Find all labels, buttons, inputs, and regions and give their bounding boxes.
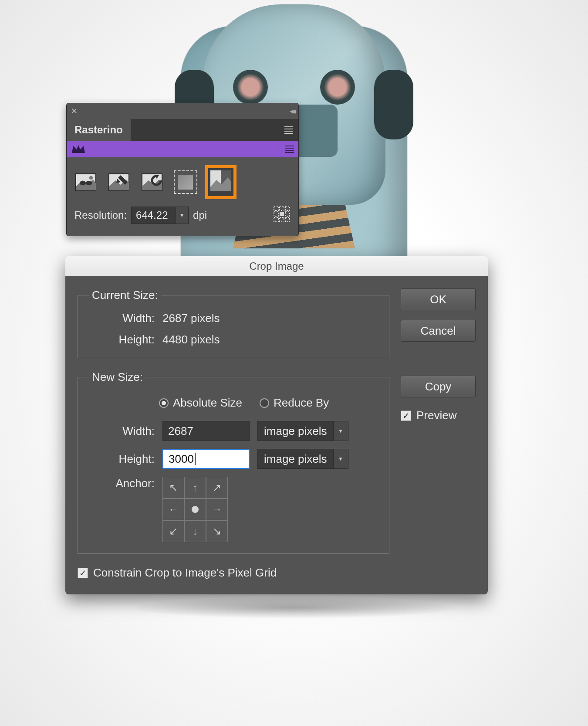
panel-titlebar[interactable]: ✕ ◂◂ bbox=[67, 103, 298, 119]
dialog-title: Crop Image bbox=[249, 260, 304, 272]
crown-icon bbox=[71, 144, 86, 154]
anchor-center[interactable] bbox=[184, 499, 206, 520]
anchor-right[interactable]: → bbox=[206, 499, 228, 520]
current-size-legend: Current Size: bbox=[89, 288, 161, 302]
constrain-label: Constrain Crop to Image's Pixel Grid bbox=[93, 566, 277, 580]
menu-icon bbox=[285, 146, 294, 153]
cancel-button[interactable]: Cancel bbox=[401, 320, 476, 342]
rasterino-panel: ✕ ◂◂ Rasterino bbox=[66, 103, 299, 236]
checkbox-checked-icon: ✓ bbox=[78, 568, 88, 578]
dropdown-caret-icon bbox=[333, 421, 348, 441]
panel-body: Resolution: 644.22 dpi bbox=[67, 157, 298, 236]
new-size-group: New Size: Absolute Size Reduce By Width:… bbox=[78, 370, 389, 554]
dialog-body: Current Size: Width: 2687 pixels Height:… bbox=[65, 276, 488, 594]
checkbox-checked-icon: ✓ bbox=[401, 410, 411, 421]
radio-reduce-by[interactable]: Reduce By bbox=[260, 396, 329, 410]
close-icon[interactable]: ✕ bbox=[71, 106, 78, 116]
svg-rect-9 bbox=[280, 206, 284, 210]
svg-rect-2 bbox=[80, 181, 86, 185]
crop-image-button[interactable] bbox=[208, 168, 234, 197]
anchor-bottom-left[interactable]: ↙ bbox=[162, 520, 184, 542]
resolution-dropdown-caret[interactable] bbox=[175, 207, 188, 224]
svg-rect-3 bbox=[86, 181, 92, 185]
current-width-value: 2687 pixels bbox=[162, 312, 220, 325]
panel-menu-button[interactable] bbox=[279, 119, 298, 141]
link-image-button[interactable] bbox=[74, 172, 97, 192]
radio-dot-icon bbox=[159, 398, 169, 408]
new-height-input[interactable]: 3000 bbox=[162, 449, 250, 469]
svg-rect-13 bbox=[274, 217, 278, 222]
accent-menu-button[interactable] bbox=[285, 146, 294, 153]
new-height-value: 3000 bbox=[169, 452, 194, 466]
width-unit-dropdown[interactable]: image pixels bbox=[257, 421, 348, 441]
new-size-legend: New Size: bbox=[89, 370, 145, 384]
preview-label: Preview bbox=[416, 409, 456, 422]
radio-absolute-size[interactable]: Absolute Size bbox=[159, 396, 242, 410]
constrain-checkbox-row[interactable]: ✓ Constrain Crop to Image's Pixel Grid bbox=[78, 566, 389, 580]
tool-row bbox=[74, 168, 291, 197]
svg-point-1 bbox=[89, 176, 93, 180]
resolution-row: Resolution: 644.22 dpi bbox=[74, 205, 291, 225]
anchor-label: Anchor: bbox=[89, 477, 155, 490]
current-height-value: 4480 pixels bbox=[162, 333, 220, 346]
radio-reduce-label: Reduce By bbox=[274, 396, 329, 410]
resolution-value: 644.22 bbox=[132, 209, 175, 221]
anchor-left[interactable]: ← bbox=[162, 499, 184, 520]
edit-image-button[interactable] bbox=[108, 172, 130, 192]
dropdown-caret-icon bbox=[333, 449, 348, 468]
crop-image-dialog: Crop Image Current Size: Width: 2687 pix… bbox=[65, 256, 488, 594]
new-width-input[interactable]: 2687 bbox=[162, 421, 250, 441]
ok-button[interactable]: OK bbox=[401, 288, 476, 310]
new-width-value: 2687 bbox=[168, 424, 193, 438]
new-width-label: Width: bbox=[89, 424, 155, 438]
cancel-label: Cancel bbox=[421, 324, 456, 338]
resolution-unit: dpi bbox=[193, 209, 207, 221]
trim-image-button[interactable] bbox=[174, 170, 197, 194]
dialog-titlebar[interactable]: Crop Image bbox=[65, 256, 488, 276]
radio-dot-icon bbox=[260, 398, 269, 408]
current-width-label: Width: bbox=[89, 312, 155, 325]
copy-label: Copy bbox=[425, 380, 452, 394]
height-unit-label: image pixels bbox=[258, 452, 333, 466]
width-unit-label: image pixels bbox=[258, 424, 333, 438]
svg-rect-11 bbox=[274, 212, 278, 216]
preview-checkbox-row[interactable]: ✓ Preview bbox=[401, 409, 476, 422]
anchor-grid: ↖ ↑ ↗ ← → ↙ ↓ ↘ bbox=[162, 477, 228, 542]
collapse-icon[interactable]: ◂◂ bbox=[290, 106, 294, 116]
ok-label: OK bbox=[430, 293, 446, 306]
svg-rect-15 bbox=[285, 217, 290, 222]
panel-accent-bar bbox=[67, 141, 298, 157]
radio-absolute-label: Absolute Size bbox=[173, 396, 242, 410]
tab-rasterino[interactable]: Rasterino bbox=[67, 119, 131, 141]
anchor-bottom-right[interactable]: ↘ bbox=[206, 520, 228, 542]
menu-icon bbox=[284, 126, 293, 134]
svg-rect-16 bbox=[280, 212, 284, 216]
pixel-grid-icon[interactable] bbox=[273, 205, 291, 225]
anchor-bottom[interactable]: ↓ bbox=[184, 520, 206, 542]
svg-rect-14 bbox=[280, 217, 284, 222]
reset-image-button[interactable] bbox=[141, 172, 163, 192]
height-unit-dropdown[interactable]: image pixels bbox=[257, 449, 348, 469]
anchor-top-right[interactable]: ↗ bbox=[206, 477, 228, 499]
current-height-label: Height: bbox=[89, 333, 155, 346]
anchor-top-left[interactable]: ↖ bbox=[162, 477, 184, 499]
copy-button[interactable]: Copy bbox=[401, 376, 476, 397]
anchor-top[interactable]: ↑ bbox=[184, 477, 206, 499]
panel-tabs: Rasterino bbox=[67, 119, 298, 141]
crop-image-button-wrapper bbox=[208, 168, 234, 197]
svg-rect-10 bbox=[285, 206, 290, 210]
new-height-label: Height: bbox=[89, 452, 155, 466]
svg-rect-8 bbox=[274, 206, 278, 210]
tab-label: Rasterino bbox=[74, 124, 123, 136]
resolution-input[interactable]: 644.22 bbox=[131, 207, 189, 224]
resolution-label: Resolution: bbox=[74, 209, 127, 221]
svg-rect-12 bbox=[285, 212, 290, 216]
current-size-group: Current Size: Width: 2687 pixels Height:… bbox=[78, 288, 389, 358]
